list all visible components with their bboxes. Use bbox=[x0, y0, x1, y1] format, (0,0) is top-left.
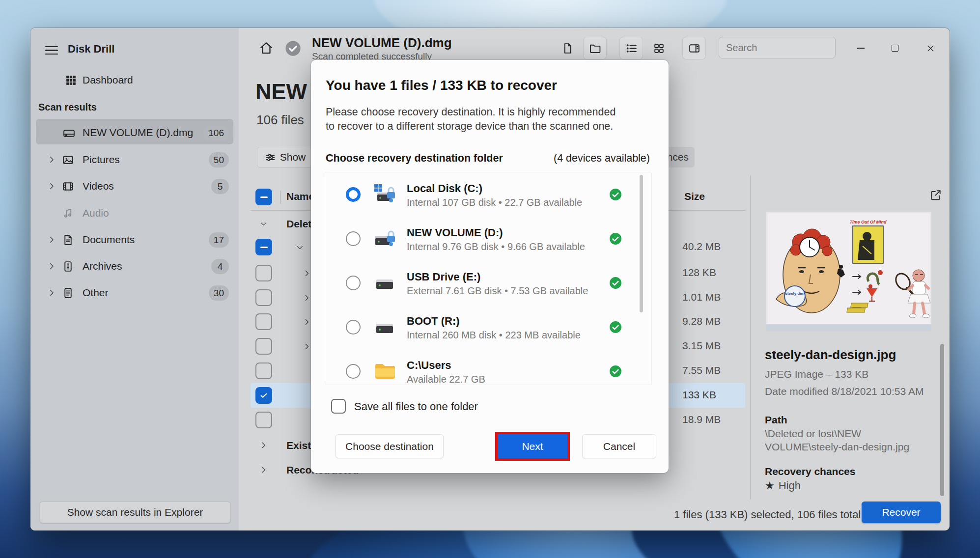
save-to-one-folder-checkbox[interactable] bbox=[331, 399, 346, 414]
sidebar-item-videos[interactable]: Videos 5 bbox=[30, 173, 239, 200]
radio-selected[interactable] bbox=[346, 187, 361, 202]
show-filters-button[interactable]: Show bbox=[257, 147, 314, 167]
next-button[interactable]: Next bbox=[498, 434, 567, 458]
chevron-right-icon[interactable] bbox=[303, 294, 311, 302]
size-cell-selected: 133 KB bbox=[682, 389, 716, 401]
destination-row-c-users[interactable]: C:\Users Available 22.7 GB bbox=[325, 349, 651, 385]
radio-unselected[interactable] bbox=[346, 364, 361, 379]
pictures-icon bbox=[62, 154, 74, 166]
destination-row-local-disk-c[interactable]: Local Disk (C:) Internal 107 GB disk • 2… bbox=[325, 172, 651, 217]
preview-filename: steely-dan-design.jpg bbox=[765, 347, 932, 363]
chevron-right-icon[interactable] bbox=[303, 269, 311, 278]
list-view-button[interactable] bbox=[619, 37, 643, 59]
recovery-chances-value: ★High bbox=[765, 479, 932, 492]
sidebar-item-label: Videos bbox=[83, 180, 114, 192]
drive-name: C:\Users bbox=[407, 359, 451, 372]
grid-view-button[interactable] bbox=[647, 37, 671, 59]
row-checkbox-checked[interactable] bbox=[255, 387, 272, 404]
sidebar-item-other[interactable]: Other 30 bbox=[30, 280, 239, 307]
side-panel-icon bbox=[688, 42, 700, 55]
radio-unselected[interactable] bbox=[346, 231, 361, 246]
hamburger-menu-icon[interactable] bbox=[45, 44, 58, 57]
count-badge: 5 bbox=[211, 179, 229, 194]
row-checkbox[interactable] bbox=[255, 265, 272, 281]
details-scrollbar[interactable] bbox=[940, 344, 944, 496]
drive-name: USB Drive (E:) bbox=[407, 271, 480, 283]
dialog-title: You have 1 files / 133 KB to recover bbox=[326, 78, 557, 93]
preview-panel-button[interactable] bbox=[682, 37, 706, 59]
open-preview-icon[interactable] bbox=[929, 189, 942, 201]
file-view-button[interactable] bbox=[556, 37, 579, 59]
cancel-button[interactable]: Cancel bbox=[582, 434, 656, 458]
home-icon[interactable] bbox=[259, 41, 274, 56]
chevron-right-icon[interactable] bbox=[47, 262, 56, 271]
dialog-section-title: Choose recovery destination folder bbox=[326, 152, 503, 165]
sidebar-item-new-volume[interactable]: NEW VOLUME (D).dmg 106 bbox=[30, 120, 239, 146]
next-button-annotation: Next bbox=[495, 432, 570, 461]
sidebar: Disk Drill Dashboard Scan results NEW VO… bbox=[30, 28, 239, 530]
size-column-header[interactable]: Size bbox=[684, 191, 705, 202]
destination-row-boot-r[interactable]: BOOT (R:) Internal 260 MB disk • 223 MB … bbox=[325, 305, 651, 349]
close-button[interactable] bbox=[919, 37, 942, 59]
preview-file-info: JPEG Image – 133 KB bbox=[765, 367, 932, 381]
size-cell: 7.55 MB bbox=[682, 364, 721, 376]
sidebar-item-dashboard[interactable]: Dashboard bbox=[30, 67, 239, 94]
row-checkbox[interactable] bbox=[255, 289, 272, 306]
select-all-checkbox[interactable] bbox=[255, 189, 272, 205]
row-checkbox[interactable] bbox=[255, 412, 272, 428]
row-checkbox[interactable] bbox=[255, 313, 272, 330]
row-checkbox[interactable] bbox=[255, 338, 272, 355]
recover-button[interactable]: Recover bbox=[862, 502, 941, 523]
sidebar-item-audio: Audio bbox=[30, 200, 239, 227]
path-label: Path bbox=[765, 414, 932, 426]
preview-image[interactable]: steely dan Time Out Of Mind bbox=[766, 212, 931, 331]
grid-icon bbox=[653, 42, 665, 55]
sidebar-item-documents[interactable]: Documents 17 bbox=[30, 227, 239, 253]
show-in-explorer-button[interactable]: Show scan results in Explorer bbox=[40, 502, 230, 523]
file-icon bbox=[561, 42, 574, 55]
row-checkbox[interactable] bbox=[255, 363, 272, 379]
destination-row-usb-drive-e[interactable]: USB Drive (E:) External 7.61 GB disk • 7… bbox=[325, 261, 651, 305]
green-check-icon bbox=[609, 321, 622, 334]
dialog-list-scrollbar[interactable] bbox=[640, 175, 643, 312]
name-column-header[interactable]: Name bbox=[286, 191, 314, 202]
header-divider bbox=[280, 191, 280, 204]
group-checkbox[interactable] bbox=[255, 239, 272, 255]
chevron-down-icon[interactable] bbox=[296, 243, 304, 251]
drive-icon bbox=[374, 273, 396, 292]
star-icon: ★ bbox=[765, 479, 775, 492]
sidebar-item-archives[interactable]: Archives 4 bbox=[30, 253, 239, 280]
dashboard-grid-icon bbox=[65, 74, 77, 86]
folder-view-button[interactable] bbox=[583, 37, 607, 59]
chevron-right-icon[interactable] bbox=[259, 441, 268, 449]
search-box[interactable] bbox=[719, 37, 836, 58]
green-check-icon bbox=[609, 232, 622, 245]
chevron-right-icon[interactable] bbox=[47, 155, 56, 164]
count-badge: 50 bbox=[209, 152, 229, 167]
drive-name: BOOT (R:) bbox=[407, 315, 460, 328]
chevron-right-icon[interactable] bbox=[47, 288, 56, 297]
preview-caption-text: Time Out Of Mind bbox=[850, 220, 887, 224]
maximize-button[interactable] bbox=[884, 37, 906, 59]
choose-destination-button[interactable]: Choose destination bbox=[336, 434, 444, 458]
count-badge: 30 bbox=[209, 285, 229, 301]
drive-lock-icon bbox=[374, 228, 396, 248]
minimize-button[interactable] bbox=[849, 37, 872, 59]
chevron-down-icon[interactable] bbox=[259, 220, 268, 228]
list-icon bbox=[625, 42, 638, 55]
archives-zip-icon bbox=[62, 260, 74, 273]
radio-unselected[interactable] bbox=[346, 320, 361, 335]
chevron-right-icon[interactable] bbox=[259, 466, 268, 474]
drive-icon bbox=[63, 127, 75, 140]
disk-drill-window: Disk Drill Dashboard Scan results NEW VO… bbox=[30, 28, 950, 530]
chevron-right-icon[interactable] bbox=[303, 318, 311, 326]
recovery-destination-dialog: You have 1 files / 133 KB to recover Ple… bbox=[311, 60, 669, 473]
sidebar-item-pictures[interactable]: Pictures 50 bbox=[30, 147, 239, 173]
search-input[interactable] bbox=[726, 42, 856, 54]
chevron-right-icon[interactable] bbox=[303, 342, 311, 351]
green-check-icon bbox=[609, 188, 622, 201]
chevron-right-icon[interactable] bbox=[47, 182, 56, 191]
radio-unselected[interactable] bbox=[346, 276, 361, 290]
destination-row-new-volume-d[interactable]: NEW VOLUME (D:) Internal 9.76 GB disk • … bbox=[325, 217, 651, 261]
chevron-right-icon[interactable] bbox=[47, 235, 56, 244]
